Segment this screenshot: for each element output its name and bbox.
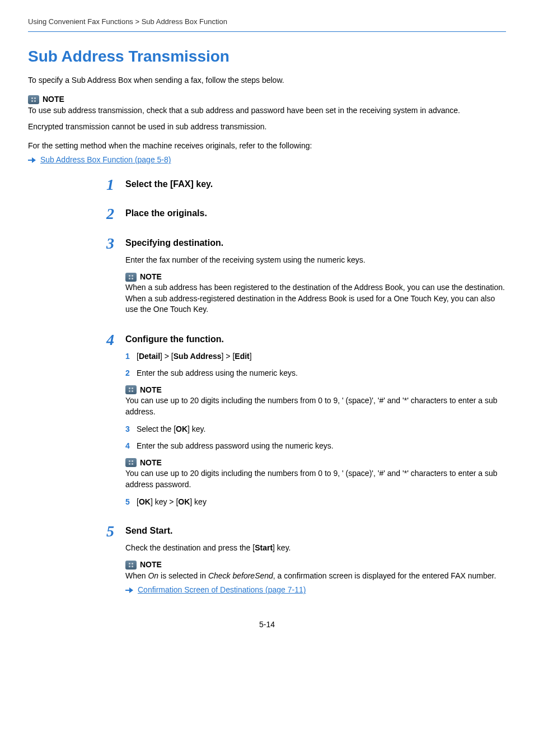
- note-label: NOTE: [43, 94, 64, 105]
- note-box-step4a: NOTE You can use up to 20 digits includi…: [125, 385, 506, 418]
- substep-2: 2 Enter the sub address using the numeri…: [125, 368, 506, 379]
- substep-1: 1 [Detail] > [Sub Address] > [Edit]: [125, 351, 506, 362]
- step-number: 1: [106, 177, 125, 193]
- sub-address-box-function-link[interactable]: Sub Address Box Function (page 5-8): [40, 155, 171, 166]
- breadcrumb: Using Convenient Fax Functions > Sub Add…: [28, 17, 506, 32]
- note-icon: [28, 95, 39, 104]
- substep-4: 4 Enter the sub address password using t…: [125, 441, 506, 452]
- substep-5: 5 [OK] key > [OK] key: [125, 497, 506, 508]
- note-text: To use sub address transmission, check t…: [28, 105, 506, 116]
- step-1: 1 Select the [FAX] key.: [106, 178, 506, 196]
- step-number: 2: [106, 206, 125, 222]
- step-3: 3 Specifying destination. Enter the fax …: [106, 237, 506, 322]
- intro-text: To specify a Sub Address Box when sendin…: [28, 75, 506, 86]
- note-icon: [125, 561, 137, 570]
- step-2: 2 Place the originals.: [106, 207, 506, 225]
- step-number: 5: [106, 524, 125, 539]
- substep-text: Enter the sub address password using the…: [137, 441, 506, 452]
- step-5: 5 Send Start. Check the destination and …: [106, 525, 506, 603]
- note-text: When On is selected in Check beforeSend,…: [125, 571, 506, 582]
- note-box-step5: NOTE When On is selected in Check before…: [125, 559, 506, 596]
- note-text: Encrypted transmission cannot be used in…: [28, 122, 506, 133]
- setting-ref-text: For the setting method when the machine …: [28, 141, 506, 152]
- note-label: NOTE: [140, 272, 162, 283]
- arrow-right-icon: [125, 587, 133, 594]
- note-label: NOTE: [140, 559, 162, 571]
- page-title: Sub Address Transmission: [28, 45, 506, 67]
- substep-text: [OK] key > [OK] key: [137, 497, 506, 508]
- note-icon: [125, 458, 137, 467]
- step-number: 3: [106, 236, 125, 251]
- substep-number: 2: [125, 368, 137, 379]
- substep-number: 4: [125, 441, 137, 452]
- page-number: 5-14: [28, 619, 506, 631]
- step-title: Configure the function.: [125, 333, 506, 346]
- note-label: NOTE: [140, 458, 162, 469]
- note-icon: [125, 273, 137, 282]
- note-box-step4b: NOTE You can use up to 20 digits includi…: [125, 458, 506, 491]
- step-title: Place the originals.: [125, 207, 506, 220]
- substep-number: 1: [125, 351, 137, 362]
- link-row: Sub Address Box Function (page 5-8): [28, 155, 506, 166]
- step-4: 4 Configure the function. 1 [Detail] > […: [106, 333, 506, 514]
- link-row: Confirmation Screen of Destinations (pag…: [125, 585, 506, 596]
- substep-text: Enter the sub address using the numeric …: [137, 368, 506, 379]
- note-box-1: NOTE To use sub address transmission, ch…: [28, 94, 506, 133]
- step-title: Send Start.: [125, 525, 506, 537]
- note-text: When a sub address has been registered t…: [125, 282, 506, 315]
- substep-text: [Detail] > [Sub Address] > [Edit]: [137, 351, 506, 362]
- note-text: You can use up to 20 digits including th…: [125, 395, 506, 417]
- note-box-step3: NOTE When a sub address has been registe…: [125, 272, 506, 315]
- note-text: You can use up to 20 digits including th…: [125, 468, 506, 490]
- note-label: NOTE: [140, 385, 162, 396]
- step-title: Select the [FAX] key.: [125, 178, 506, 190]
- substep-text: Select the [OK] key.: [137, 424, 506, 435]
- step-text: Check the destination and press the [Sta…: [125, 543, 506, 554]
- step-text: Enter the fax number of the receiving sy…: [125, 255, 506, 266]
- substep-number: 5: [125, 497, 137, 508]
- confirmation-destinations-link[interactable]: Confirmation Screen of Destinations (pag…: [138, 585, 306, 596]
- substep-3: 3 Select the [OK] key.: [125, 424, 506, 435]
- note-icon: [125, 385, 137, 394]
- step-number: 4: [106, 332, 125, 348]
- arrow-right-icon: [28, 157, 36, 164]
- step-title: Specifying destination.: [125, 237, 506, 249]
- substep-number: 3: [125, 424, 137, 435]
